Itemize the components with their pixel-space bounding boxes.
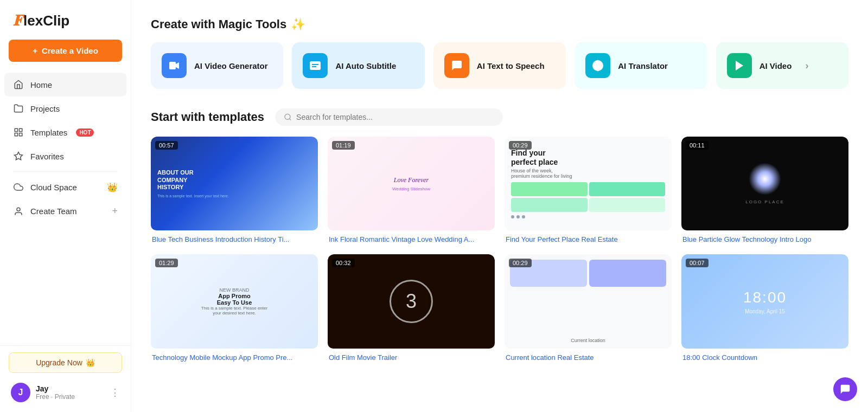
- wedding-text: Love Forever: [394, 176, 429, 184]
- upgrade-button[interactable]: Upgrade Now 👑: [9, 352, 122, 373]
- magic-tools-title-text: Create with Magic Tools: [151, 17, 286, 31]
- crown-icon: 👑: [107, 182, 118, 192]
- sidebar-item-cloud[interactable]: Cloud Space 👑: [4, 175, 126, 199]
- plus-icon: +: [33, 46, 37, 55]
- re-photo-1: [511, 182, 588, 196]
- grid-icon: [13, 127, 24, 138]
- template-name-3: Find Your Perfect Place Real Estate: [505, 235, 672, 244]
- create-video-button[interactable]: + Create a Video: [9, 40, 122, 62]
- re2-photo-2: [589, 260, 666, 287]
- tool-ai-video-5-label: AI Video: [760, 61, 792, 70]
- sidebar-item-create-team[interactable]: Create Team +: [4, 199, 126, 223]
- svg-marker-11: [736, 61, 743, 70]
- tool-ai-translator[interactable]: AI Translator: [575, 42, 707, 89]
- svg-rect-6: [169, 62, 176, 69]
- magic-tools-emoji: ✨: [291, 17, 305, 31]
- app-promo-content: NEW BRAND App PromoEasy To Use This is a…: [201, 287, 267, 316]
- template-thumb-5: 01:29 NEW BRAND App PromoEasy To Use Thi…: [151, 254, 318, 348]
- template-name-2: Ink Floral Romantic Vintage Love Wedding…: [328, 235, 495, 244]
- upgrade-label: Upgrade Now: [36, 358, 82, 367]
- user-menu-button[interactable]: ⋮: [110, 387, 120, 398]
- thumb-subtext-1: This is a sample text. Insert your text …: [157, 194, 229, 198]
- time-badge-4: 00:11: [686, 141, 709, 150]
- logo: 𝐅lexClip: [13, 12, 118, 30]
- tool-ai-video-5[interactable]: AI Video ›: [716, 42, 848, 89]
- sidebar-item-home[interactable]: Home: [4, 73, 126, 96]
- tool-ai-auto-subtitle[interactable]: AI Auto Subtitle: [292, 42, 424, 89]
- template-thumb-6: 00:32 3: [328, 254, 495, 348]
- template-card-3[interactable]: 00:29 Find yourperfect place House of th…: [505, 137, 672, 244]
- logo-place-text: LOGO PLACE: [745, 199, 784, 204]
- re-photo-2: [589, 182, 666, 196]
- particle-content: LOGO PLACE: [745, 163, 784, 204]
- tool-ai-auto-subtitle-label: AI Auto Subtitle: [335, 61, 396, 70]
- home-icon: [13, 79, 24, 90]
- re-title: Find yourperfect place: [511, 149, 558, 167]
- re-photo-4: [589, 198, 666, 212]
- ai-translator-icon: [585, 53, 610, 78]
- chevron-right-button[interactable]: ›: [799, 58, 814, 73]
- logo-f-letter: 𝐅: [13, 12, 22, 30]
- sidebar-item-favorites[interactable]: Favorites: [4, 144, 126, 168]
- ai-video-gen-icon: [162, 53, 187, 78]
- sidebar-item-projects[interactable]: Projects: [4, 96, 126, 120]
- magic-tools-title: Create with Magic Tools ✨: [151, 17, 848, 31]
- nav-items: Home Projects Templates HOT Favorites: [0, 73, 131, 345]
- template-card-5[interactable]: 01:29 NEW BRAND App PromoEasy To Use Thi…: [151, 254, 318, 362]
- avatar-initial: J: [18, 388, 23, 397]
- time-badge-2: 01:19: [332, 141, 355, 150]
- upgrade-crown-icon: 👑: [86, 358, 95, 367]
- app-promo-title: App PromoEasy To Use: [201, 293, 267, 306]
- app-promo-sub: This is a sample text. Please enteryour …: [201, 306, 267, 316]
- tool-ai-video-gen-label: AI Video Generator: [194, 61, 268, 70]
- cloud-icon: [13, 182, 24, 192]
- logo-text-rest: lexClip: [23, 12, 69, 29]
- template-card-1[interactable]: 00:57 ABOUT OURCOMPANYHISTORY This is a …: [151, 137, 318, 244]
- template-card-7[interactable]: 00:29 Current location Current location …: [505, 254, 672, 362]
- templates-section-title: Start with templates: [151, 110, 264, 124]
- template-name-8: 18:00 Clock Countdown: [681, 353, 848, 363]
- tool-ai-video-gen[interactable]: AI Video Generator: [151, 42, 283, 89]
- chat-support-button[interactable]: [833, 377, 857, 401]
- template-thumb-2: 01:19 Love Forever Wedding Slideshow: [328, 137, 495, 230]
- sidebar-bottom: Upgrade Now 👑 J Jay Free · Private ⋮: [0, 345, 131, 412]
- tool-ai-text-to-speech[interactable]: AI Text to Speech: [433, 42, 566, 89]
- tool-ai-text-to-speech-label: AI Text to Speech: [477, 61, 545, 70]
- svg-rect-2: [20, 133, 22, 136]
- logo-area: 𝐅lexClip: [0, 0, 131, 40]
- template-name-7: Current location Real Estate: [505, 353, 672, 363]
- sidebar-item-templates[interactable]: Templates HOT: [4, 120, 126, 144]
- re-photos: [511, 182, 665, 212]
- template-card-4[interactable]: 00:11 LOGO PLACE Blue Particle Glow Tech…: [681, 137, 848, 244]
- svg-rect-7: [310, 61, 321, 70]
- sidebar-item-cloud-label: Cloud Space: [30, 183, 77, 192]
- template-card-2[interactable]: 01:19 Love Forever Wedding Slideshow Ink…: [328, 137, 495, 244]
- user-name: Jay: [36, 384, 105, 393]
- template-name-6: Old Film Movie Trailer: [328, 353, 495, 363]
- dot-2: [516, 215, 520, 218]
- sidebar-item-projects-label: Projects: [30, 104, 60, 113]
- search-input[interactable]: [296, 113, 494, 121]
- svg-rect-3: [15, 133, 17, 136]
- film-circle: 3: [390, 280, 433, 323]
- sidebar-item-home-label: Home: [30, 80, 52, 89]
- avatar: J: [11, 383, 30, 402]
- wedding-content: Love Forever Wedding Slideshow: [328, 137, 495, 230]
- template-card-6[interactable]: 00:32 3 Old Film Movie Trailer: [328, 254, 495, 362]
- clock-time: 18:00: [743, 289, 787, 306]
- template-name-4: Blue Particle Glow Technology Intro Logo: [681, 235, 848, 244]
- template-card-8[interactable]: 00:07 18:00 Monday, April 15 18:00 Clock…: [681, 254, 848, 362]
- time-badge-6: 00:32: [332, 259, 355, 267]
- user-plan: Free · Private: [36, 393, 105, 401]
- person-icon: [13, 206, 24, 217]
- template-thumb-8: 00:07 18:00 Monday, April 15: [681, 254, 848, 348]
- template-thumb-7: 00:29 Current location: [505, 254, 672, 348]
- chat-icon: [839, 383, 851, 395]
- ai-video-5-icon: [727, 53, 752, 78]
- main-content: Create with Magic Tools ✨ AI Video Gener…: [131, 0, 868, 412]
- folder-icon: [13, 103, 24, 114]
- template-thumb-3: 00:29 Find yourperfect place House of th…: [505, 137, 672, 230]
- user-info: Jay Free · Private: [36, 384, 105, 401]
- magic-tools-row: AI Video Generator AI Auto Subtitle AI T…: [151, 42, 848, 89]
- re-sub: House of the week,premium residence for …: [511, 168, 572, 179]
